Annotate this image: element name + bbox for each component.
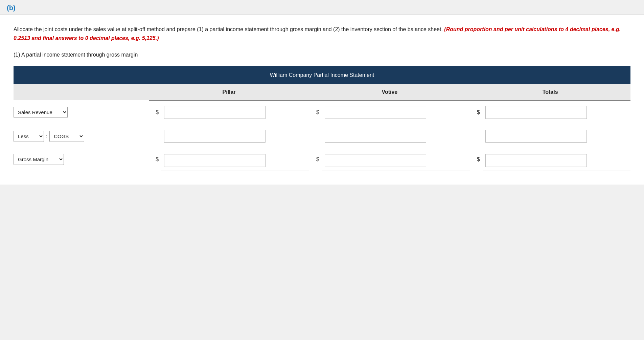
gross-margin-row: Gross Margin $ $ $ [14, 148, 630, 171]
sub-title: (1) A partial income statement through g… [14, 52, 630, 58]
votive-currency-sales: $ [309, 100, 322, 124]
totals-value-gm[interactable] [483, 148, 630, 171]
pillar-value-cogs[interactable] [161, 124, 309, 148]
sales-revenue-label-cell: Sales Revenue [14, 100, 149, 124]
sales-revenue-row: Sales Revenue $ $ $ [14, 100, 630, 124]
col-header-label [14, 84, 149, 100]
cogs-label-cell: Less : COGS [14, 124, 149, 148]
income-statement-table: William Company Partial Income Statement… [14, 66, 630, 171]
cogs-row: Less : COGS [14, 124, 630, 148]
votive-value-gm[interactable] [322, 148, 470, 171]
pillar-value-sales[interactable] [161, 100, 309, 124]
page-wrapper: (b) Allocate the joint costs under the s… [0, 0, 644, 185]
totals-value-sales[interactable] [483, 100, 630, 124]
pillar-currency-gm: $ [149, 148, 161, 171]
totals-currency-gm: $ [470, 148, 482, 171]
votive-spacer-cogs [309, 124, 322, 148]
votive-value-sales[interactable] [322, 100, 470, 124]
col-header-totals: Totals [470, 84, 630, 100]
gross-margin-label-cell: Gross Margin [14, 148, 149, 171]
instructions: Allocate the joint costs under the sales… [14, 25, 630, 42]
votive-currency-gm: $ [309, 148, 322, 171]
votive-value-cogs[interactable] [322, 124, 470, 148]
colon: : [46, 133, 47, 139]
totals-input-gm[interactable] [485, 154, 587, 167]
totals-value-cogs[interactable] [483, 124, 630, 148]
section-label: (b) [0, 0, 644, 15]
instructions-main: Allocate the joint costs under the sales… [14, 26, 443, 32]
pillar-input-sales[interactable] [164, 106, 266, 119]
pillar-input-gm[interactable] [164, 154, 266, 167]
statement-name: Partial Income Statement [314, 72, 374, 78]
pillar-currency-sales: $ [149, 100, 161, 124]
gross-margin-dropdown[interactable]: Gross Margin [14, 154, 64, 165]
sales-revenue-dropdown[interactable]: Sales Revenue [14, 107, 68, 118]
totals-input-sales[interactable] [485, 106, 587, 119]
company-name: William Company [270, 72, 312, 78]
content-area: Allocate the joint costs under the sales… [0, 15, 644, 185]
cogs-dropdown[interactable]: COGS [49, 131, 84, 142]
pillar-spacer-cogs [149, 124, 161, 148]
totals-input-cogs[interactable] [485, 130, 587, 143]
totals-spacer-cogs [470, 124, 482, 148]
table-header: William Company Partial Income Statement [14, 66, 630, 84]
votive-input-gm[interactable] [325, 154, 426, 167]
votive-input-sales[interactable] [325, 106, 426, 119]
less-dropdown[interactable]: Less [14, 131, 44, 142]
col-header-pillar: Pillar [149, 84, 309, 100]
col-header-votive: Votive [309, 84, 470, 100]
pillar-input-cogs[interactable] [164, 130, 266, 143]
votive-input-cogs[interactable] [325, 130, 426, 143]
totals-currency-sales: $ [470, 100, 482, 124]
pillar-value-gm[interactable] [161, 148, 309, 171]
